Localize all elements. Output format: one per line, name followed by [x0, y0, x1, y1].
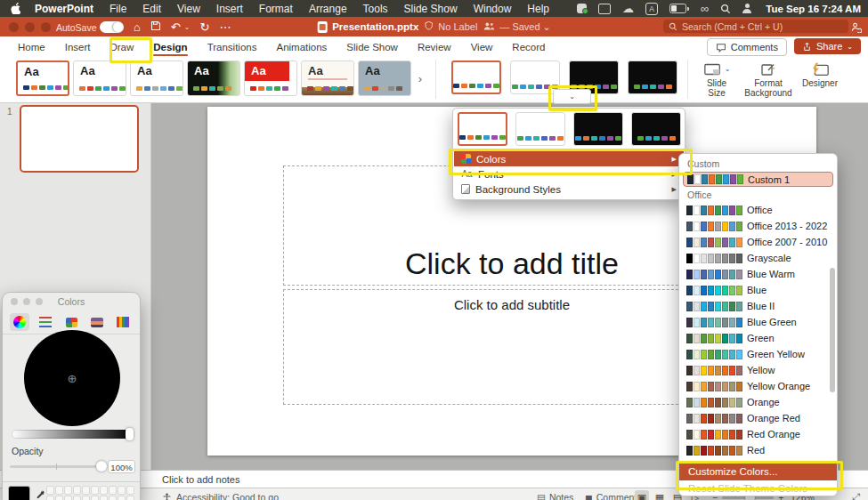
swatch-cell[interactable]	[126, 496, 134, 500]
swatch-cell[interactable]	[55, 486, 63, 495]
pencils-tab[interactable]	[113, 313, 133, 331]
menubar-menu-file[interactable]: File	[110, 3, 126, 15]
swatch-cell[interactable]	[55, 496, 63, 500]
variant-thumbnail[interactable]	[573, 112, 623, 146]
swatch-cell[interactable]	[73, 496, 81, 500]
color-scheme-custom-1[interactable]: Custom 1	[683, 172, 833, 187]
menubar-menu-arrange[interactable]: Arrange	[309, 3, 347, 15]
color-scheme-yellow[interactable]: Yellow	[679, 362, 837, 378]
accessibility-status[interactable]: Accessibility: Good to go	[162, 492, 279, 500]
swatch-cell[interactable]	[109, 486, 117, 495]
swatch-cell[interactable]	[118, 496, 126, 500]
close-button[interactable]	[11, 298, 18, 305]
color-scheme-blue-ii[interactable]: Blue II	[679, 298, 837, 314]
color-scheme-blue-green[interactable]: Blue Green	[679, 314, 837, 330]
opacity-knob[interactable]	[96, 461, 107, 472]
more-commands-icon[interactable]: ⋯	[219, 20, 231, 34]
display-icon[interactable]	[598, 4, 611, 14]
color-scheme-office[interactable]: Office	[679, 202, 837, 218]
menu-item-colors[interactable]: Colors▶	[454, 151, 684, 166]
swatch-cell[interactable]	[91, 496, 99, 500]
tab-slide-show[interactable]: Slide Show	[346, 36, 398, 57]
undo-icon[interactable]: ↶	[171, 20, 181, 34]
swatch-cell[interactable]	[82, 486, 90, 495]
themes-gallery-next-icon[interactable]: ›	[415, 69, 426, 87]
autosave-toggle[interactable]	[100, 21, 124, 33]
color-scheme-orange-red[interactable]: Orange Red	[679, 410, 837, 426]
theme-thumbnail[interactable]: Aa	[358, 60, 411, 96]
color-sliders-tab[interactable]	[36, 313, 55, 331]
variant-thumbnail[interactable]	[458, 112, 507, 146]
battery-icon[interactable]	[669, 4, 689, 13]
color-wheel-tab[interactable]	[10, 313, 29, 331]
minimize-button[interactable]	[23, 298, 30, 305]
color-wheel[interactable]: ⊕	[24, 330, 120, 426]
minimize-button[interactable]	[25, 22, 35, 32]
slide-size-button[interactable]: ⌄ Slide Size	[694, 60, 740, 98]
theme-thumbnail[interactable]: Aa	[187, 60, 240, 96]
submenu-scrollbar[interactable]	[830, 268, 835, 392]
variant-thumbnail[interactable]	[631, 112, 681, 146]
color-scheme-grayscale[interactable]: Grayscale	[679, 250, 837, 266]
swatch-cell[interactable]	[64, 486, 72, 495]
color-scheme-red-orange[interactable]: Red Orange	[679, 426, 837, 442]
account-sync-icon[interactable]	[850, 20, 862, 36]
share-button[interactable]: Share ⌄	[794, 38, 861, 54]
variants-expand-button[interactable]: ⌄	[553, 89, 591, 104]
tab-animations[interactable]: Animations	[276, 36, 327, 57]
sensitivity-shield-icon[interactable]	[424, 19, 433, 35]
save-status[interactable]: — Saved	[499, 21, 539, 32]
swatch-cell[interactable]	[109, 496, 117, 500]
color-scheme-yellow-orange[interactable]: Yellow Orange	[679, 378, 837, 394]
menubar-menu-format[interactable]: Format	[259, 3, 293, 15]
variant-thumbnail[interactable]	[628, 60, 677, 94]
comments-toggle[interactable]: ◼Comments	[585, 492, 641, 500]
status-chevron-icon[interactable]: ⌄	[543, 21, 551, 33]
tab-record[interactable]: Record	[512, 36, 545, 57]
theme-thumbnail[interactable]: Aa	[301, 60, 354, 96]
theme-thumbnail[interactable]: Aa	[244, 60, 297, 96]
swatch-cell[interactable]	[118, 486, 126, 495]
color-scheme-orange[interactable]: Orange	[679, 394, 837, 410]
color-scheme-office-2007-2010[interactable]: Office 2007 - 2010	[679, 234, 837, 250]
close-button[interactable]	[9, 22, 19, 32]
color-scheme-green[interactable]: Green	[679, 330, 837, 346]
menu-item-fonts[interactable]: AaFonts▶	[454, 166, 684, 181]
color-scheme-green-yellow[interactable]: Green Yellow	[679, 346, 837, 362]
color-scheme-blue-warm[interactable]: Blue Warm	[679, 266, 837, 282]
zoom-button[interactable]	[41, 22, 51, 32]
hotspot-icon[interactable]: ∞	[701, 2, 709, 15]
opacity-slider[interactable]	[10, 465, 102, 468]
menubar-clock[interactable]: Tue Sep 16 7:24 AM	[766, 4, 861, 14]
input-source-icon[interactable]: A	[645, 3, 658, 15]
swatch-cell[interactable]	[73, 486, 81, 495]
eyedropper-icon[interactable]	[36, 488, 45, 500]
user-switch-icon[interactable]	[742, 4, 751, 13]
menu-item-background-styles[interactable]: Background Styles▶	[454, 181, 684, 197]
brightness-knob[interactable]	[126, 428, 134, 440]
menubar-menu-help[interactable]: Help	[527, 3, 549, 15]
tab-review[interactable]: Review	[418, 36, 451, 57]
slide-sorter-view-button[interactable]: ▦	[653, 490, 667, 500]
tab-design[interactable]: Design	[153, 36, 187, 57]
undo-chevron-icon[interactable]: ⌄	[184, 23, 191, 31]
slide-1-thumbnail[interactable]	[20, 105, 139, 173]
menubar-menu-slide-show[interactable]: Slide Show	[404, 3, 458, 15]
color-scheme-blue[interactable]: Blue	[679, 282, 837, 298]
tab-view[interactable]: View	[471, 36, 493, 57]
variant-thumbnail[interactable]	[451, 60, 501, 94]
opacity-value[interactable]: 100%	[108, 460, 135, 473]
menubar-menu-tools[interactable]: Tools	[363, 3, 388, 15]
color-scheme-office-2013-2022[interactable]: Office 2013 - 2022	[679, 218, 837, 234]
comments-button[interactable]: Comments	[707, 38, 787, 56]
color-palettes-tab[interactable]	[61, 313, 81, 331]
color-scheme-red[interactable]: Red	[679, 442, 837, 458]
image-palettes-tab[interactable]	[87, 313, 107, 331]
save-icon[interactable]	[150, 20, 161, 34]
document-title[interactable]: Presentation.pptx	[332, 21, 418, 32]
menubar-menu-insert[interactable]: Insert	[216, 3, 243, 15]
menubar-menu-window[interactable]: Window	[474, 3, 512, 15]
swatch-cell[interactable]	[64, 496, 72, 500]
theme-thumbnail[interactable]: Aa	[73, 60, 126, 96]
swatch-cell[interactable]	[91, 486, 99, 495]
